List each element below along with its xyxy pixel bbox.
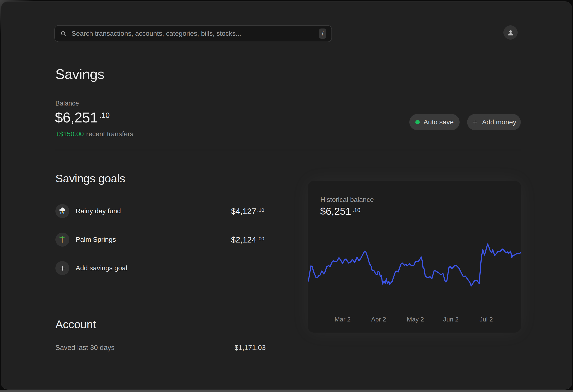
x-axis-tick: May 2 bbox=[407, 316, 424, 323]
balance-label: Balance bbox=[55, 100, 79, 107]
search-input[interactable] bbox=[71, 30, 315, 38]
balance-dollars: $6,251 bbox=[55, 110, 98, 126]
add-savings-goal-label: Add savings goal bbox=[76, 264, 127, 272]
palm-tree-icon bbox=[55, 233, 69, 247]
add-money-label: Add money bbox=[482, 118, 517, 126]
app-window: / Savings Balance $6,251.10 +$150.00rece… bbox=[1, 1, 572, 390]
auto-save-status-dot-icon bbox=[415, 120, 420, 124]
auto-save-label: Auto save bbox=[424, 118, 454, 126]
x-axis-tick: Jul 2 bbox=[480, 316, 493, 323]
historical-balance-card: Historical balance $6,251.10 Mar 2Apr 2M… bbox=[308, 181, 521, 333]
goal-name: Palm Springs bbox=[76, 236, 116, 243]
keyboard-shortcut-badge: / bbox=[319, 29, 326, 39]
x-axis-tick: Jun 2 bbox=[443, 316, 459, 323]
plus-icon bbox=[472, 119, 478, 125]
balance-delta-amount: +$150.00 bbox=[55, 130, 84, 138]
screen: / Savings Balance $6,251.10 +$150.00rece… bbox=[0, 0, 573, 392]
account-heading: Account bbox=[55, 318, 96, 331]
goal-row-rainy-day-fund[interactable]: Rainy day fund $4,127.10 bbox=[55, 204, 264, 218]
desktop-edge bbox=[0, 390, 573, 392]
page-title: Savings bbox=[55, 66, 105, 82]
goal-row-palm-springs[interactable]: Palm Springs $2,124.00 bbox=[55, 233, 264, 247]
avatar-button[interactable] bbox=[503, 25, 518, 40]
savings-goals-heading: Savings goals bbox=[55, 172, 125, 185]
auto-save-button[interactable]: Auto save bbox=[409, 114, 460, 130]
section-divider bbox=[55, 150, 520, 150]
add-money-button[interactable]: Add money bbox=[467, 114, 521, 130]
balance-line bbox=[308, 244, 521, 286]
goal-amount: $2,124.00 bbox=[231, 235, 264, 244]
search-bar[interactable]: / bbox=[54, 25, 332, 42]
account-stat-label: Saved last 30 days bbox=[55, 344, 115, 352]
historical-balance-chart[interactable] bbox=[308, 181, 521, 333]
add-savings-goal-button[interactable]: Add savings goal bbox=[55, 261, 264, 275]
goal-amount: $4,127.10 bbox=[231, 206, 264, 216]
x-axis-ticks: Mar 2Apr 2May 2Jun 2Jul 2 bbox=[308, 316, 521, 324]
person-icon bbox=[507, 29, 515, 36]
x-axis-tick: Mar 2 bbox=[335, 316, 351, 323]
storm-cloud-icon bbox=[55, 204, 69, 218]
balance-cents: .10 bbox=[99, 111, 109, 119]
plus-icon bbox=[55, 261, 69, 275]
search-icon bbox=[60, 31, 67, 37]
account-stat-row: Saved last 30 days $1,171.03 bbox=[55, 344, 266, 352]
balance-delta-suffix: recent transfers bbox=[86, 130, 133, 138]
goal-name: Rainy day fund bbox=[76, 207, 121, 215]
balance-amount: $6,251.10 bbox=[55, 109, 109, 126]
balance-delta: +$150.00recent transfers bbox=[55, 130, 133, 138]
x-axis-tick: Apr 2 bbox=[371, 316, 386, 323]
account-stat-value: $1,171.03 bbox=[234, 344, 266, 352]
